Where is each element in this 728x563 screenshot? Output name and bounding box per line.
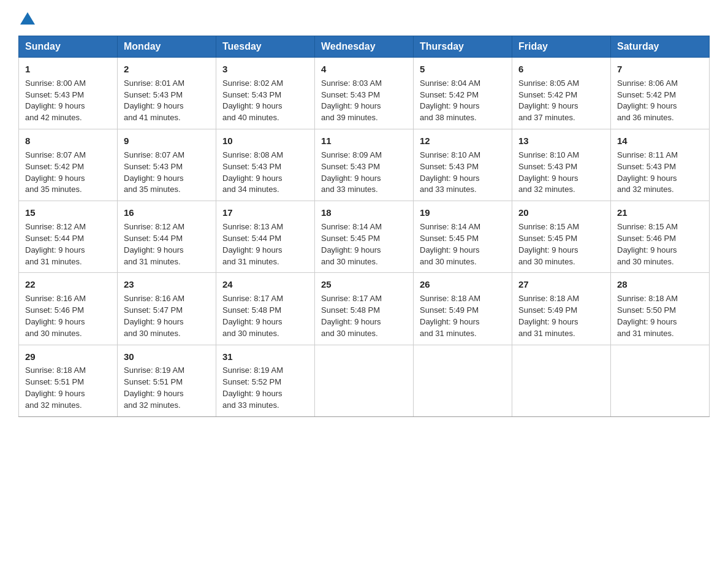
day-number: 6 (518, 63, 604, 76)
day-info-line: and 35 minutes. (124, 184, 210, 196)
day-info-line: Sunset: 5:42 PM (617, 90, 703, 101)
day-info-line: Sunset: 5:51 PM (25, 377, 111, 388)
calendar-table: SundayMondayTuesdayWednesdayThursdayFrid… (18, 36, 710, 417)
day-number: 12 (420, 134, 506, 148)
calendar-cell (512, 345, 611, 416)
weekday-header-thursday: Thursday (414, 36, 512, 58)
calendar-cell: 4Sunrise: 8:03 AMSunset: 5:43 PMDaylight… (315, 58, 414, 129)
day-number: 20 (518, 206, 604, 220)
day-info-line: and 30 minutes. (321, 256, 407, 268)
day-info-line: Daylight: 9 hours (617, 245, 703, 256)
day-number: 25 (321, 278, 407, 291)
day-info-line: Sunset: 5:43 PM (321, 161, 407, 173)
weekday-header-friday: Friday (512, 36, 611, 58)
calendar-week-row: 8Sunrise: 8:07 AMSunset: 5:42 PMDaylight… (19, 129, 710, 201)
day-info-line: Sunset: 5:46 PM (25, 305, 111, 316)
day-info-line: Sunset: 5:45 PM (420, 233, 506, 245)
day-info-line: Sunset: 5:43 PM (25, 90, 111, 101)
day-info-line: Sunrise: 8:18 AM (617, 293, 703, 305)
day-number: 7 (617, 63, 703, 76)
day-info-line: Sunrise: 8:11 AM (617, 150, 703, 161)
calendar-cell: 13Sunrise: 8:10 AMSunset: 5:43 PMDayligh… (512, 129, 611, 201)
day-info-line: Sunrise: 8:03 AM (321, 78, 407, 90)
day-info-line: Sunrise: 8:12 AM (124, 221, 210, 233)
day-info-line: Sunrise: 8:15 AM (617, 221, 703, 233)
day-info-line: and 34 minutes. (222, 184, 308, 196)
calendar-cell: 31Sunrise: 8:19 AMSunset: 5:52 PMDayligh… (216, 345, 315, 416)
day-info-line: Sunset: 5:43 PM (518, 161, 604, 173)
day-number: 9 (124, 134, 210, 148)
day-info-line: Sunrise: 8:16 AM (25, 293, 111, 305)
day-number: 27 (518, 278, 604, 291)
day-info-line: and 33 minutes. (321, 184, 407, 196)
day-number: 18 (321, 206, 407, 220)
weekday-header-saturday: Saturday (611, 36, 710, 58)
calendar-cell: 18Sunrise: 8:14 AMSunset: 5:45 PMDayligh… (315, 201, 414, 273)
logo-blue-text (18, 12, 37, 25)
day-info-line: Sunrise: 8:19 AM (124, 365, 210, 377)
day-info-line: Daylight: 9 hours (25, 388, 111, 400)
day-info-line: Sunrise: 8:05 AM (518, 78, 604, 90)
day-info-line: Sunset: 5:44 PM (25, 233, 111, 245)
day-info-line: Sunrise: 8:14 AM (321, 221, 407, 233)
day-info-line: Daylight: 9 hours (124, 316, 210, 328)
day-info-line: Daylight: 9 hours (25, 245, 111, 256)
day-info-line: Daylight: 9 hours (518, 316, 604, 328)
calendar-week-row: 1Sunrise: 8:00 AMSunset: 5:43 PMDaylight… (19, 58, 710, 129)
day-number: 19 (420, 206, 506, 220)
day-info-line: and 32 minutes. (617, 184, 703, 196)
calendar-cell: 10Sunrise: 8:08 AMSunset: 5:43 PMDayligh… (216, 129, 315, 201)
calendar-cell: 20Sunrise: 8:15 AMSunset: 5:45 PMDayligh… (512, 201, 611, 273)
day-info-line: Sunset: 5:46 PM (617, 233, 703, 245)
day-info-line: Sunrise: 8:08 AM (222, 150, 308, 161)
day-info-line: Sunrise: 8:18 AM (420, 293, 506, 305)
day-info-line: Sunrise: 8:17 AM (222, 293, 308, 305)
weekday-header-wednesday: Wednesday (315, 36, 414, 58)
day-number: 10 (222, 134, 308, 148)
day-info-line: Daylight: 9 hours (617, 101, 703, 112)
day-info-line: and 39 minutes. (321, 112, 407, 124)
calendar-cell: 2Sunrise: 8:01 AMSunset: 5:43 PMDaylight… (118, 58, 216, 129)
day-info-line: Sunset: 5:44 PM (124, 233, 210, 245)
logo-triangle-icon (20, 12, 35, 25)
day-info-line: Daylight: 9 hours (222, 316, 308, 328)
day-info-line: Sunrise: 8:13 AM (222, 221, 308, 233)
calendar-cell (611, 345, 710, 416)
day-info-line: Daylight: 9 hours (321, 245, 407, 256)
day-number: 26 (420, 278, 506, 291)
day-info-line: Sunset: 5:50 PM (617, 305, 703, 316)
day-info-line: Daylight: 9 hours (124, 173, 210, 185)
calendar-cell: 7Sunrise: 8:06 AMSunset: 5:42 PMDaylight… (611, 58, 710, 129)
calendar-cell: 5Sunrise: 8:04 AMSunset: 5:42 PMDaylight… (414, 58, 512, 129)
day-info-line: Daylight: 9 hours (321, 101, 407, 112)
day-info-line: and 32 minutes. (124, 400, 210, 412)
day-info-line: and 30 minutes. (518, 256, 604, 268)
day-info-line: Sunset: 5:43 PM (222, 90, 308, 101)
day-number: 23 (124, 278, 210, 291)
day-number: 13 (518, 134, 604, 148)
day-info-line: Daylight: 9 hours (321, 316, 407, 328)
day-info-line: Sunset: 5:42 PM (518, 90, 604, 101)
calendar-cell: 16Sunrise: 8:12 AMSunset: 5:44 PMDayligh… (118, 201, 216, 273)
day-info-line: Daylight: 9 hours (25, 101, 111, 112)
day-info-line: Daylight: 9 hours (617, 173, 703, 185)
day-info-line: Daylight: 9 hours (124, 388, 210, 400)
day-info-line: Sunset: 5:51 PM (124, 377, 210, 388)
day-info-line: Sunset: 5:49 PM (518, 305, 604, 316)
day-info-line: Daylight: 9 hours (222, 173, 308, 185)
day-number: 11 (321, 134, 407, 148)
day-number: 16 (124, 206, 210, 220)
calendar-week-row: 15Sunrise: 8:12 AMSunset: 5:44 PMDayligh… (19, 201, 710, 273)
day-info-line: and 37 minutes. (518, 112, 604, 124)
day-number: 4 (321, 63, 407, 76)
day-info-line: Sunset: 5:45 PM (321, 233, 407, 245)
day-info-line: Daylight: 9 hours (518, 173, 604, 185)
day-info-line: Daylight: 9 hours (321, 173, 407, 185)
calendar-cell: 23Sunrise: 8:16 AMSunset: 5:47 PMDayligh… (118, 273, 216, 345)
day-info-line: and 31 minutes. (617, 328, 703, 340)
day-info-line: and 31 minutes. (124, 256, 210, 268)
day-number: 22 (25, 278, 111, 291)
day-number: 21 (617, 206, 703, 220)
day-info-line: and 31 minutes. (222, 256, 308, 268)
day-number: 1 (25, 63, 111, 76)
